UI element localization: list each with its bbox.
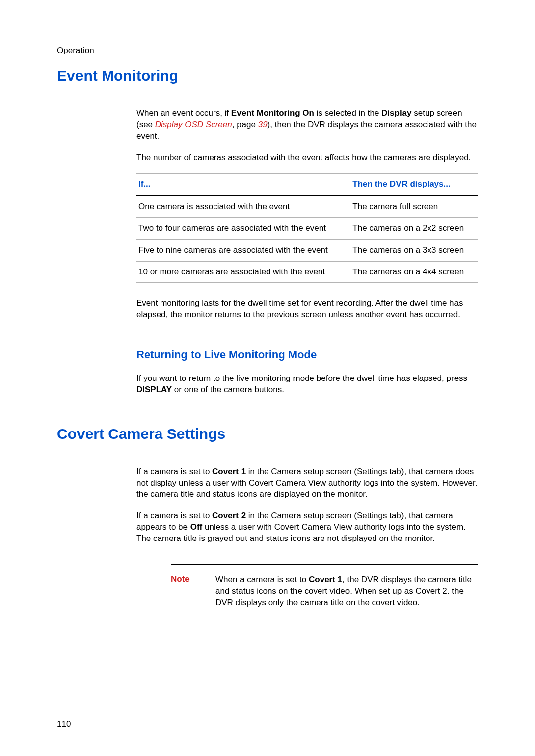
heading-covert-camera: Covert Camera Settings: [57, 426, 478, 442]
text-bold: Covert 2: [212, 511, 246, 520]
table-header-if: If...: [136, 173, 350, 195]
text-bold: Display: [381, 108, 411, 118]
crossref-page[interactable]: 39: [258, 120, 268, 129]
note-body: When a camera is set to Covert 1, the DV…: [215, 574, 478, 609]
text: or one of the camera buttons.: [172, 385, 284, 394]
text-bold: Covert 1: [212, 467, 246, 476]
crossref-link[interactable]: Display OSD Screen: [155, 120, 232, 129]
table-cell: The cameras on a 2x2 screen: [350, 217, 478, 239]
text: If you want to return to the live monito…: [136, 374, 467, 383]
paragraph: The number of cameras associated with th…: [136, 152, 478, 163]
table-row: One camera is associated with the event …: [136, 196, 478, 217]
text: is selected in the: [314, 108, 381, 118]
note-block: Note When a camera is set to Covert 1, t…: [171, 564, 478, 618]
text-bold: Covert 1: [309, 575, 342, 584]
table-cell: One camera is associated with the event: [136, 196, 350, 217]
page-number: 110: [57, 719, 71, 729]
paragraph: When an event occurs, if Event Monitorin…: [136, 108, 478, 142]
text: If a camera is set to: [136, 467, 212, 476]
text: , page: [232, 120, 258, 129]
text: When an event occurs, if: [136, 108, 231, 118]
paragraph: If a camera is set to Covert 2 in the Ca…: [136, 510, 478, 544]
text-bold: DISPLAY: [136, 385, 172, 394]
paragraph: Event monitoring lasts for the dwell tim…: [136, 298, 478, 321]
note-label: Note: [171, 574, 215, 609]
table-cell: The cameras on a 3x3 screen: [350, 239, 478, 261]
table-cell: Five to nine cameras are associated with…: [136, 239, 350, 261]
event-display-table: If... Then the DVR displays... One camer…: [136, 173, 478, 283]
table-row: Five to nine cameras are associated with…: [136, 239, 478, 261]
heading-returning-live: Returning to Live Monitoring Mode: [136, 347, 478, 362]
paragraph: If you want to return to the live monito…: [136, 373, 478, 396]
section2-body: If a camera is set to Covert 1 in the Ca…: [136, 466, 478, 618]
table-row: Two to four cameras are associated with …: [136, 217, 478, 239]
paragraph: If a camera is set to Covert 1 in the Ca…: [136, 466, 478, 500]
table-cell: Two to four cameras are associated with …: [136, 217, 350, 239]
table-header-then: Then the DVR displays...: [350, 173, 478, 195]
table-row: 10 or more cameras are associated with t…: [136, 261, 478, 283]
page-footer: 110: [57, 714, 478, 729]
text-bold: Off: [190, 522, 203, 532]
page: Operation Event Monitoring When an event…: [0, 0, 535, 756]
text: If a camera is set to: [136, 511, 212, 520]
table-cell: The cameras on a 4x4 screen: [350, 261, 478, 283]
table-cell: The camera full screen: [350, 196, 478, 217]
table-cell: 10 or more cameras are associated with t…: [136, 261, 350, 283]
running-header: Operation: [57, 46, 478, 55]
section1-body: When an event occurs, if Event Monitorin…: [136, 108, 478, 396]
heading-event-monitoring: Event Monitoring: [57, 67, 478, 84]
text: When a camera is set to: [215, 575, 309, 584]
text-bold: Event Monitoring On: [231, 108, 314, 118]
